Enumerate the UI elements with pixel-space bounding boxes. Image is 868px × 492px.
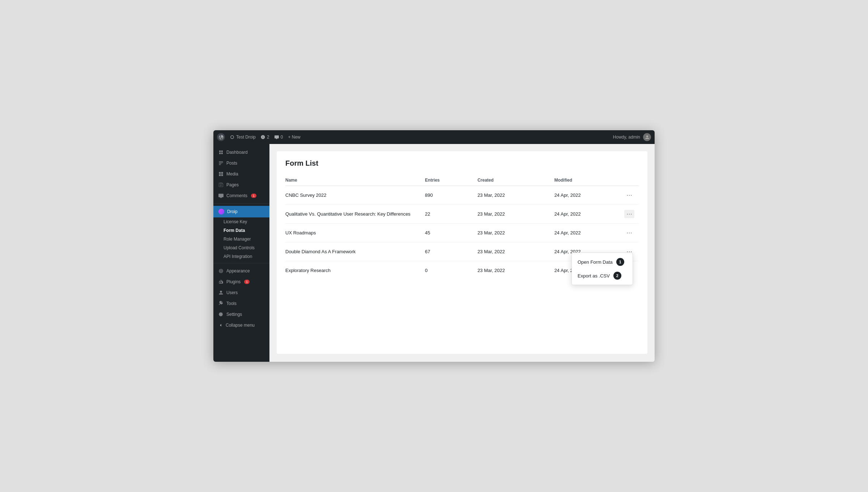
dropdown-badge-2: 2	[613, 272, 621, 280]
comments-label: Comments	[226, 193, 247, 198]
dropdown-item-export-csv[interactable]: Export as .CSV 2	[572, 269, 633, 283]
collapse-label: Collapse menu	[226, 323, 255, 328]
dashboard-icon	[218, 150, 224, 155]
media-icon	[218, 171, 224, 177]
site-name-text: Test Droip	[236, 135, 256, 140]
cell-created: 23 Mar, 2022	[477, 205, 554, 224]
table-row: UX Roadmaps 45 23 Mar, 2022 24 Apr, 2022…	[285, 224, 639, 242]
sidebar-divider-1	[213, 203, 269, 204]
sidebar-sub-upload-controls[interactable]: Upload Controls	[224, 243, 269, 252]
cell-created: 23 Mar, 2022	[477, 224, 554, 242]
updates-count: 2	[267, 135, 269, 140]
appearance-icon	[218, 268, 224, 273]
sidebar-sub-form-data[interactable]: Form Data	[224, 226, 269, 235]
site-name[interactable]: Test Droip	[230, 135, 256, 140]
form-list-title: Form List	[285, 159, 639, 167]
avatar[interactable]	[643, 133, 651, 141]
table-row: CNBC Survey 2022 890 23 Mar, 2022 24 Apr…	[285, 186, 639, 205]
col-header-actions	[624, 175, 639, 186]
pages-icon	[218, 182, 224, 187]
cell-created: 23 Mar, 2022	[477, 242, 554, 261]
cell-entries: 67	[425, 242, 477, 261]
sidebar-item-settings[interactable]: Settings	[213, 309, 269, 320]
sidebar-item-comments[interactable]: Comments 1	[213, 190, 269, 201]
more-options-button[interactable]: ⋯	[624, 210, 634, 218]
col-header-created: Created	[477, 175, 554, 186]
sidebar-item-tools[interactable]: Tools	[213, 298, 269, 309]
howdy-text: Howdy, admin	[613, 135, 640, 140]
dropdown-item-1-label: Open Form Data	[578, 259, 613, 265]
cell-actions: ⋯	[624, 224, 639, 242]
sidebar-item-droip[interactable]: Droip	[213, 206, 269, 217]
appearance-label: Appearance	[226, 268, 250, 273]
droip-label: Droip	[227, 209, 238, 214]
form-list-card: Form List Name Entries Created Modified …	[277, 151, 647, 354]
more-options-button[interactable]: ⋯	[624, 191, 634, 199]
cell-name: CNBC Survey 2022	[285, 186, 425, 205]
more-options-button[interactable]: ⋯	[624, 229, 634, 237]
media-label: Media	[226, 171, 238, 177]
cell-entries: 45	[425, 224, 477, 242]
collapse-icon	[218, 323, 223, 327]
sidebar-sub-role-manager[interactable]: Role Manager	[224, 235, 269, 243]
col-header-entries: Entries	[425, 175, 477, 186]
dashboard-label: Dashboard	[226, 150, 248, 155]
admin-bar-right: Howdy, admin	[613, 133, 651, 141]
collapse-menu[interactable]: Collapse menu	[213, 320, 269, 331]
pages-label: Pages	[226, 182, 239, 187]
dropdown-item-open-form-data[interactable]: Open Form Data 1	[572, 255, 633, 269]
plugins-badge: 1	[244, 280, 250, 284]
users-label: Users	[226, 290, 238, 295]
sidebar-sub-api-integration[interactable]: API Integration	[224, 252, 269, 261]
cell-entries: 22	[425, 205, 477, 224]
sidebar-item-plugins[interactable]: Plugins 1	[213, 276, 269, 287]
new-item[interactable]: + New	[288, 135, 300, 140]
browser-window: Test Droip 2 0 + New Howdy, admin	[213, 130, 655, 362]
content-area: Form List Name Entries Created Modified …	[269, 144, 655, 362]
tools-icon	[218, 301, 224, 306]
cell-actions: ⋯	[624, 205, 639, 224]
dropdown-item-2-label: Export as .CSV	[578, 273, 610, 279]
dropdown-badge-1: 1	[616, 258, 624, 266]
comments-item[interactable]: 0	[275, 135, 283, 140]
cell-actions: ⋯	[624, 186, 639, 205]
sidebar-item-media[interactable]: Media	[213, 169, 269, 179]
cell-name: UX Roadmaps	[285, 224, 425, 242]
dropdown-menu: Open Form Data 1 Export as .CSV 2	[571, 253, 633, 285]
admin-bar: Test Droip 2 0 + New Howdy, admin	[213, 130, 655, 144]
sidebar-sub-license-key[interactable]: License Key	[224, 217, 269, 226]
posts-icon	[218, 161, 224, 166]
settings-icon	[218, 312, 224, 317]
sidebar-item-dashboard[interactable]: Dashboard	[213, 147, 269, 158]
droip-icon	[218, 209, 224, 215]
updates-item[interactable]: 2	[261, 135, 269, 140]
cell-name: Qualitative Vs. Quantitative User Resear…	[285, 205, 425, 224]
cell-entries: 0	[425, 261, 477, 280]
sidebar: Dashboard Posts Media Pages Comments 1	[213, 144, 269, 362]
comments-count: 0	[281, 135, 283, 140]
comments-icon	[218, 193, 224, 198]
cell-modified: 24 Apr, 2022	[554, 205, 624, 224]
users-icon	[218, 290, 224, 295]
sidebar-item-appearance[interactable]: Appearance	[213, 266, 269, 276]
plugins-icon	[218, 279, 224, 284]
plugins-label: Plugins	[226, 279, 241, 284]
sidebar-item-posts[interactable]: Posts	[213, 158, 269, 169]
cell-created: 23 Mar, 2022	[477, 186, 554, 205]
tools-label: Tools	[226, 301, 237, 306]
cell-entries: 890	[425, 186, 477, 205]
sidebar-divider-2	[213, 263, 269, 263]
admin-bar-left: Test Droip 2 0 + New	[217, 133, 301, 141]
posts-label: Posts	[226, 161, 237, 166]
sidebar-item-pages[interactable]: Pages	[213, 179, 269, 190]
cell-modified: 24 Apr, 2022	[554, 186, 624, 205]
col-header-modified: Modified	[554, 175, 624, 186]
droip-submenu: License Key Form Data Role Manager Uploa…	[213, 217, 269, 261]
comments-badge: 1	[251, 194, 256, 198]
settings-label: Settings	[226, 312, 242, 317]
cell-name: Double Diamond As A Framework	[285, 242, 425, 261]
sidebar-item-users[interactable]: Users	[213, 287, 269, 298]
cell-modified: 24 Apr, 2022	[554, 224, 624, 242]
wordpress-logo[interactable]	[217, 133, 225, 141]
col-header-name: Name	[285, 175, 425, 186]
